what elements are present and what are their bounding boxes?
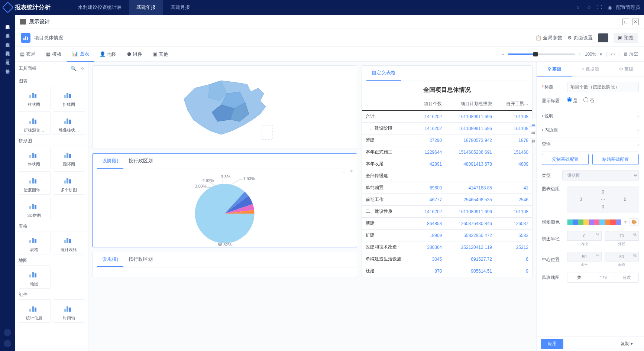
top-tab-1[interactable]: 基建年报 — [129, 0, 163, 15]
top-tab-2[interactable]: 基建月报 — [163, 0, 197, 15]
top-tabs: 水利建设投资统计表 基建年报 基建月报 — [71, 0, 197, 15]
top-right: ⌂ ♤ ⛶ ◉ 配置管理员 — [576, 4, 640, 11]
top-header: 报表统计分析 水利建设投资统计表 基建年报 基建月报 ⌂ ♤ ⛶ ◉ 配置管理员 — [0, 0, 644, 15]
top-tab-0[interactable]: 水利建设投资统计表 — [71, 0, 129, 15]
logo-icon — [2, 1, 13, 13]
fullscreen-icon[interactable]: ⛶ — [597, 4, 603, 10]
user-label[interactable]: 配置管理员 — [616, 4, 640, 11]
home-icon[interactable]: ⌂ — [576, 4, 582, 10]
logo: 报表统计分析 — [4, 3, 71, 12]
bell-icon[interactable]: ♤ — [587, 4, 593, 10]
user-icon[interactable]: ◉ — [608, 5, 612, 10]
app-title: 报表统计分析 — [15, 4, 51, 12]
